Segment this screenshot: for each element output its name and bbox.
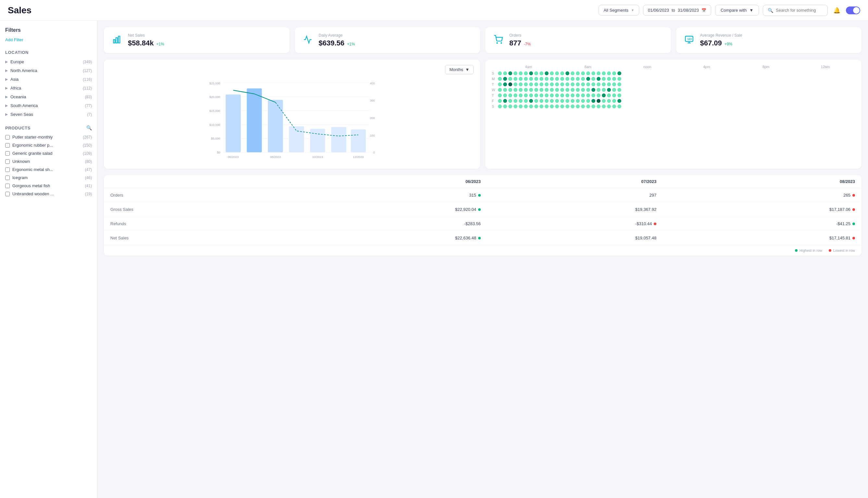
location-item-europe[interactable]: ▶ Europe (349) (5, 57, 92, 66)
svg-text:$10,000: $10,000 (209, 123, 220, 127)
kpi-daily-average-icon (301, 33, 314, 46)
heatmap-dot (555, 93, 559, 97)
heatmap-dot (586, 82, 590, 86)
heatmap-dot (612, 88, 616, 92)
theme-toggle[interactable] (846, 6, 860, 14)
heatmap-dot (534, 99, 538, 103)
product-checkbox[interactable] (5, 143, 10, 148)
orders-july: 297 (487, 188, 663, 202)
heatmap-dot (586, 99, 590, 103)
add-filter-button[interactable]: Add Filter (5, 37, 23, 42)
svg-rect-32 (351, 129, 366, 153)
product-name: Gorgeous metal fish (12, 183, 85, 188)
heatmap-day-label: T (492, 82, 496, 86)
heatmap-dot (586, 93, 590, 97)
product-checkbox[interactable] (5, 175, 10, 180)
product-checkbox[interactable] (5, 135, 10, 140)
heatmap-card: 4am 8am noon 4pm 8pm 12am SMTWTFS (485, 60, 861, 169)
heatmap-dot (498, 88, 502, 92)
heatmap-dot (607, 71, 611, 75)
product-checkbox[interactable] (5, 167, 10, 172)
location-count: (116) (83, 77, 92, 82)
svg-rect-30 (310, 129, 325, 152)
expand-icon: ▶ (5, 95, 8, 99)
svg-rect-1 (116, 38, 117, 43)
search-input[interactable] (776, 8, 823, 13)
product-item[interactable]: Generic granite salad (109) (5, 149, 92, 157)
location-name: North America (10, 68, 83, 73)
kpi-orders-icon (492, 33, 505, 46)
kpi-net-sales-content: Net Sales $58.84k +1% (128, 33, 283, 47)
date-to: 31/08/2023 (678, 8, 699, 13)
heatmap-dot (618, 104, 621, 108)
location-item-seven-seas[interactable]: ▶ Seven Seas (7) (5, 110, 92, 119)
heatmap-dot (607, 77, 611, 81)
product-item[interactable]: Gorgeous metal fish (41) (5, 182, 92, 190)
heatmap-dot (597, 82, 600, 86)
location-item-north-america[interactable]: ▶ North America (127) (5, 66, 92, 75)
location-item-oceania[interactable]: ▶ Oceania (83) (5, 92, 92, 101)
notifications-icon[interactable]: 🔔 (832, 5, 842, 16)
location-list: ▶ Europe (349) ▶ North America (127) ▶ A… (5, 57, 92, 119)
product-count: (41) (85, 184, 92, 188)
heatmap-dot (566, 93, 569, 97)
sales-chart-card: Months ▼ $25,000 $20,000 $15,000 $10,000… (104, 60, 480, 169)
heatmap-dot (607, 93, 611, 97)
product-item[interactable]: Icegram (46) (5, 173, 92, 182)
months-dropdown[interactable]: Months ▼ (445, 65, 474, 74)
heatmap-dot (576, 104, 580, 108)
product-item[interactable]: Ergonomic metal sh... (47) (5, 166, 92, 173)
location-item-south-america[interactable]: ▶ South America (77) (5, 101, 92, 110)
highest-dot (478, 237, 481, 239)
location-count: (83) (85, 95, 92, 99)
heatmap-dot (514, 88, 517, 92)
product-item[interactable]: Unknown (80) (5, 157, 92, 166)
lowest-dot (852, 194, 855, 197)
product-item[interactable]: Unbranded wooden ... (19) (5, 190, 92, 198)
product-item[interactable]: Putler starter-monthly (267) (5, 133, 92, 141)
app-header: Sales All Segments ▼ 01/06/2023 to 31/08… (0, 0, 868, 21)
heatmap-dot (555, 82, 559, 86)
heatmap-dot (534, 77, 538, 81)
product-item[interactable]: Ergonomic rubber p... (150) (5, 141, 92, 149)
orders-june: 315 (288, 188, 487, 202)
heatmap-dot (508, 93, 512, 97)
product-count: (150) (83, 143, 92, 148)
heatmap-dot (612, 71, 616, 75)
heatmap-dot (514, 93, 517, 97)
heatmap-dot (581, 77, 585, 81)
products-search-icon[interactable]: 🔍 (86, 125, 92, 130)
heatmap-dot (560, 82, 564, 86)
heatmap-dot (529, 77, 533, 81)
heatmap-dot (576, 93, 580, 97)
heatmap-dot (519, 93, 523, 97)
product-checkbox[interactable] (5, 184, 10, 188)
kpi-orders-content: Orders 877 -7% (509, 33, 664, 47)
location-section-title: Location (5, 50, 92, 55)
table-col-june: 06/2023 (288, 175, 487, 188)
product-checkbox[interactable] (5, 159, 10, 164)
heatmap-dot (550, 99, 554, 103)
location-name: South America (10, 103, 85, 108)
months-label: Months (449, 67, 463, 72)
sales-chart: $25,000 $20,000 $15,000 $10,000 $5,000 $… (111, 78, 474, 163)
kpi-daily-average-content: Daily Average $639.56 +1% (319, 33, 474, 47)
heatmap-dot (592, 93, 595, 97)
heatmap-dot (555, 88, 559, 92)
kpi-daily-average-value: $639.56 +1% (319, 39, 474, 47)
heatmap-dot (618, 93, 621, 97)
heatmap-dot (540, 88, 543, 92)
heatmap-dot (519, 104, 523, 108)
location-item-africa[interactable]: ▶ Africa (112) (5, 84, 92, 92)
heatmap-day-row: M (492, 77, 855, 81)
product-checkbox[interactable] (5, 151, 10, 156)
location-item-asia[interactable]: ▶ Asia (116) (5, 75, 92, 84)
heatmap-dot (597, 99, 600, 103)
segment-dropdown[interactable]: All Segments ▼ (599, 5, 639, 16)
heatmap-dot (508, 104, 512, 108)
compare-dropdown[interactable]: Compare with ▼ (715, 5, 759, 16)
date-range-picker[interactable]: 01/06/2023 to 31/08/2023 📅 (643, 5, 711, 16)
product-name: Putler starter-monthly (12, 135, 83, 140)
product-checkbox[interactable] (5, 192, 10, 196)
heatmap-dot (560, 88, 564, 92)
